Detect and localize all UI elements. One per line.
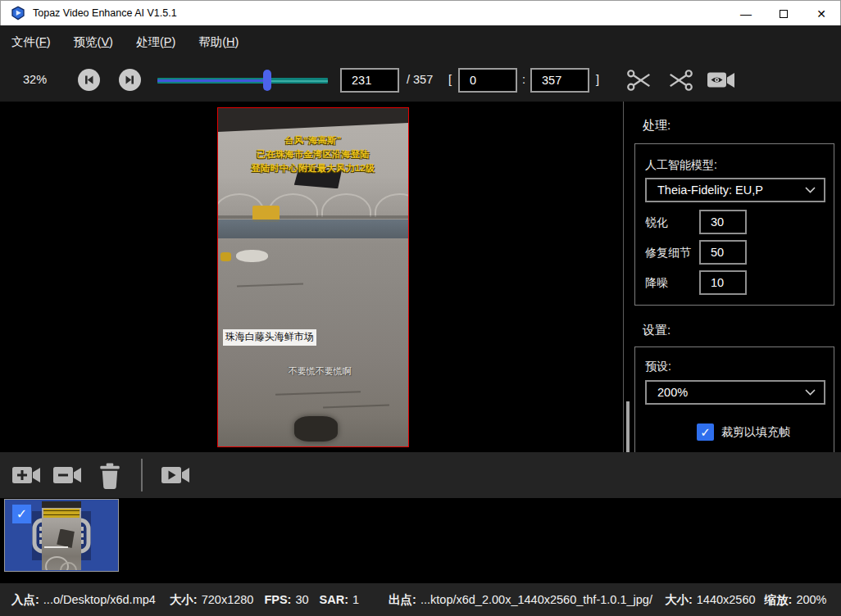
title-bar: Topaz Video Enhance AI V1.5.1 — ✕ xyxy=(0,0,841,25)
crop-to-fill-label: 裁剪以填充帧 xyxy=(721,425,790,440)
menu-bar: 文件(F) 预览(V) 处理(P) 帮助(H) xyxy=(0,25,841,59)
main-area: 台风“海高斯” 已在珠海市金湾区沿海登陆 登陆时中心附近最大风力12级 珠海白藤… xyxy=(0,102,841,452)
restore-detail-label: 修复细节 xyxy=(645,246,691,260)
preview-area: 台风“海高斯” 已在珠海市金湾区沿海登陆 登陆时中心附近最大风力12级 珠海白藤… xyxy=(0,102,621,452)
thumbnail-strip: ✓ xyxy=(0,498,841,583)
frame-slider[interactable] xyxy=(157,70,328,91)
app-logo-icon xyxy=(11,6,25,20)
menu-preview[interactable]: 预览(V) xyxy=(64,29,123,55)
process-heading: 处理: xyxy=(643,118,671,134)
trim-end-button[interactable] xyxy=(666,68,694,96)
settings-heading: 设置: xyxy=(643,323,671,338)
skip-start-icon xyxy=(83,74,95,86)
thumbnail-checkbox[interactable]: ✓ xyxy=(12,505,31,523)
ai-model-group: 人工智能模型: Theia-Fidelity: EU,P 锐化 修复细节 降噪 xyxy=(634,143,834,306)
video-location-label: 珠海白藤头海鲜市场 xyxy=(223,329,316,346)
camera-play-icon xyxy=(161,463,192,487)
thumbnail-image xyxy=(42,501,81,570)
zoom-percent: 32% xyxy=(23,73,47,86)
range-bracket-open: [ xyxy=(448,73,452,86)
minimize-button[interactable]: — xyxy=(727,1,765,26)
process-video-button[interactable] xyxy=(161,463,192,491)
video-list-toolbar xyxy=(0,452,841,498)
restore-detail-input[interactable] xyxy=(699,240,747,265)
preset-dropdown[interactable]: 200% xyxy=(645,380,825,405)
status-input-size: 大小:720x1280 xyxy=(170,592,254,608)
camera-plus-icon xyxy=(11,463,43,487)
remove-video-button[interactable] xyxy=(52,463,84,491)
skip-to-end-button[interactable] xyxy=(119,69,141,91)
camera-minus-icon xyxy=(52,463,84,487)
range-bracket-close: ] xyxy=(596,73,599,86)
status-bar: 入点:...o/Desktop/x6d.mp4 大小:720x1280 FPS:… xyxy=(0,583,841,616)
denoise-input[interactable] xyxy=(699,270,747,295)
chevron-down-icon xyxy=(805,389,816,396)
menu-file[interactable]: 文件(F) xyxy=(2,29,61,55)
maximize-button[interactable] xyxy=(765,1,802,26)
total-frames-label: / 357 xyxy=(407,73,433,86)
window-title: Topaz Video Enhance AI V1.5.1 xyxy=(33,7,177,19)
skip-end-icon xyxy=(124,74,136,86)
denoise-label: 降噪 xyxy=(645,276,668,291)
range-separator: : xyxy=(522,73,525,86)
status-input-path: 入点:...o/Desktop/x6d.mp4 xyxy=(11,592,156,608)
video-preview[interactable]: 台风“海高斯” 已在珠海市金湾区沿海登陆 登陆时中心附近最大风力12级 珠海白藤… xyxy=(217,107,409,447)
maximize-icon xyxy=(780,10,788,18)
current-frame-input[interactable] xyxy=(340,68,399,93)
sharpen-input[interactable] xyxy=(699,210,747,234)
slider-track-highlight xyxy=(266,80,328,82)
playback-toolbar: 32% / 357 [ : ] xyxy=(0,59,841,102)
ai-model-dropdown[interactable]: Theia-Fidelity: EU,P xyxy=(645,178,825,202)
slider-handle[interactable] xyxy=(263,70,271,91)
preview-button[interactable] xyxy=(707,68,736,96)
slider-progress xyxy=(157,79,267,82)
video-ceiling-shape xyxy=(218,108,408,132)
panel-divider xyxy=(623,102,624,452)
range-start-input[interactable] xyxy=(458,68,517,93)
video-yellow-car xyxy=(220,252,231,261)
trim-start-button[interactable] xyxy=(625,68,653,96)
range-end-input[interactable] xyxy=(530,68,589,93)
preset-label: 预设: xyxy=(645,360,671,374)
camera-eye-icon xyxy=(707,68,736,93)
menu-process[interactable]: 处理(P) xyxy=(126,29,185,55)
chevron-down-icon xyxy=(805,187,816,193)
status-sar: SAR:1 xyxy=(320,593,360,606)
menu-help[interactable]: 帮助(H) xyxy=(189,29,248,55)
status-output-size: 大小:1440x2560 xyxy=(665,592,756,608)
status-fps: FPS:30 xyxy=(264,593,308,606)
skip-to-start-button[interactable] xyxy=(78,69,100,91)
video-thumbnail-tile[interactable]: ✓ xyxy=(4,499,119,572)
add-video-button[interactable] xyxy=(11,463,43,491)
sharpen-label: 锐化 xyxy=(645,215,668,230)
status-output-path: 出点:...ktop/x6d_2.00x_1440x2560_thf-1.0.1… xyxy=(389,592,652,608)
video-white-car xyxy=(236,250,268,262)
video-blue-wall xyxy=(218,220,408,238)
settings-panel: 处理: 人工智能模型: Theia-Fidelity: EU,P 锐化 修复细节… xyxy=(630,102,841,452)
close-button[interactable]: ✕ xyxy=(802,1,840,26)
video-floating-debris xyxy=(294,416,338,442)
video-caption: 台风“海高斯” 已在珠海市金湾区沿海登陆 登陆时中心附近最大风力12级 xyxy=(218,134,408,175)
video-bridge-arches xyxy=(217,193,409,217)
scissors-left-icon xyxy=(625,68,653,93)
video-subtitle: 不要慌不要慌啊 xyxy=(218,365,408,378)
crop-to-fill-checkbox[interactable]: ✓ xyxy=(697,424,714,441)
scissors-right-icon xyxy=(666,68,694,93)
video-bridge-deck xyxy=(218,215,408,219)
toolbar-divider xyxy=(141,459,143,491)
delete-button[interactable] xyxy=(98,463,122,492)
ai-model-label: 人工智能模型: xyxy=(645,158,717,173)
trash-icon xyxy=(98,463,122,489)
status-scale: 缩放:200% xyxy=(765,592,827,608)
preset-group: 预设: 200% ✓ 裁剪以填充帧 xyxy=(634,346,834,452)
app-window: Topaz Video Enhance AI V1.5.1 — ✕ 文件(F) … xyxy=(0,0,841,616)
